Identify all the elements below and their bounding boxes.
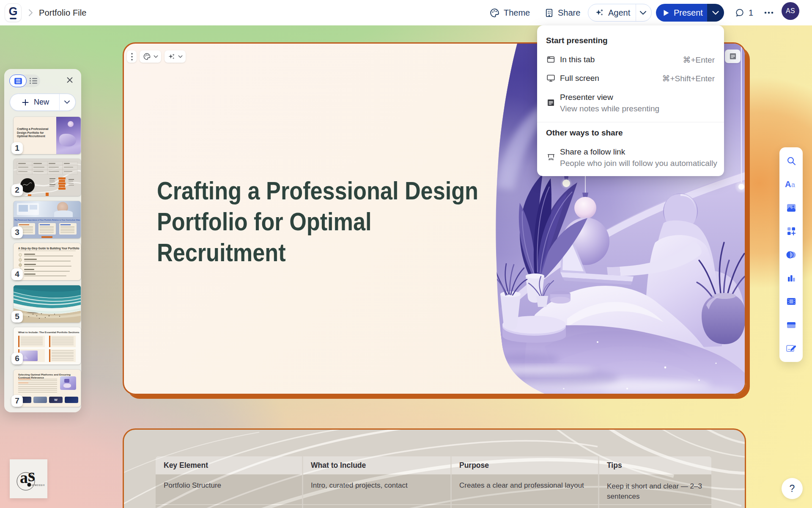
svg-text:A: A: [785, 179, 791, 189]
svg-text:G: G: [8, 5, 17, 18]
svg-text:a: a: [20, 469, 28, 486]
svg-text:a: a: [791, 181, 795, 188]
svg-text:s: s: [28, 465, 35, 486]
svg-text:ATMOSSIX: ATMOSSIX: [32, 484, 45, 486]
